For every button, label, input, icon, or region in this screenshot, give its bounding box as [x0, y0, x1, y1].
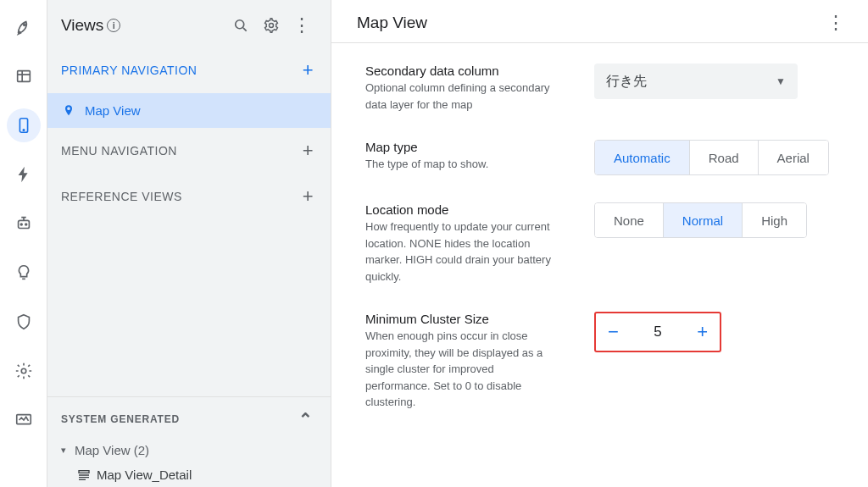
svg-rect-11 — [79, 470, 89, 473]
more-icon[interactable]: ⋮ — [287, 10, 317, 41]
location-mode-high[interactable]: High — [743, 203, 806, 237]
svg-point-0 — [23, 24, 25, 25]
caret-down-icon: ▾ — [61, 445, 70, 456]
system-generated-header[interactable]: SYSTEM GENERATED ⌃ — [47, 397, 331, 438]
map-type-road[interactable]: Road — [690, 141, 759, 174]
section-primary-label: PRIMARY NAVIGATION — [61, 64, 303, 77]
svg-point-3 — [23, 130, 24, 130]
svg-point-6 — [25, 224, 26, 225]
caret-down-icon: ▼ — [776, 75, 786, 87]
info-icon[interactable]: i — [107, 19, 120, 32]
section-reference-views[interactable]: REFERENCE VIEWS + — [47, 174, 331, 219]
row-min-cluster: Minimum Cluster Size When enough pins oc… — [365, 312, 834, 411]
sidebar: Views i ⋮ PRIMARY NAVIGATION + Map View … — [47, 0, 331, 487]
row-map-type: Map type The type of map to show. Automa… — [365, 140, 834, 175]
secondary-data-title: Secondary data column — [365, 64, 577, 78]
add-menu-icon[interactable]: + — [303, 140, 314, 162]
sidebar-title-text: Views — [61, 16, 103, 35]
bolt-icon[interactable] — [7, 158, 41, 191]
main-panel: Map View ⋮ Secondary data column Optiona… — [331, 0, 868, 487]
robot-icon[interactable] — [7, 207, 41, 241]
pin-icon — [61, 104, 76, 118]
section-menu-label: MENU NAVIGATION — [61, 144, 303, 158]
section-primary-nav[interactable]: PRIMARY NAVIGATION + — [47, 47, 331, 93]
settings-icon[interactable] — [256, 10, 287, 41]
idea-icon[interactable] — [7, 256, 41, 290]
chevron-up-icon[interactable]: ⌃ — [298, 409, 314, 429]
add-reference-icon[interactable]: + — [303, 185, 314, 208]
min-cluster-desc: When enough pins occur in close proximit… — [365, 328, 560, 411]
add-primary-icon[interactable]: + — [303, 59, 314, 81]
shield-icon[interactable] — [7, 305, 41, 339]
increment-button[interactable]: + — [697, 321, 708, 343]
main-header: Map View ⋮ — [331, 0, 868, 43]
tree-child-label: Map View_Detail — [97, 468, 192, 482]
min-cluster-title: Minimum Cluster Size — [365, 312, 577, 326]
location-mode-none[interactable]: None — [595, 203, 664, 237]
row-secondary-data: Secondary data column Optional column de… — [365, 64, 834, 113]
form-area: Secondary data column Optional column de… — [331, 43, 868, 463]
view-item-label: Map View — [85, 103, 141, 118]
map-type-automatic[interactable]: Automatic — [595, 141, 690, 174]
location-mode-group: None Normal High — [594, 202, 807, 238]
location-mode-desc: How frequently to update your current lo… — [365, 219, 560, 285]
secondary-data-desc: Optional column defining a secondary dat… — [365, 80, 560, 113]
tree-parent-label: Map View (2) — [75, 443, 149, 457]
map-type-desc: The type of map to show. — [365, 156, 560, 173]
section-menu-nav[interactable]: MENU NAVIGATION + — [47, 128, 331, 174]
row-location-mode: Location mode How frequently to update y… — [365, 202, 834, 285]
device-icon[interactable] — [7, 108, 41, 142]
secondary-data-select[interactable]: 行き先 ▼ — [594, 64, 798, 99]
svg-rect-1 — [17, 71, 30, 82]
svg-point-5 — [20, 224, 22, 225]
nav-rail — [0, 0, 47, 487]
location-mode-normal[interactable]: Normal — [664, 203, 743, 237]
rocket-icon[interactable] — [7, 10, 41, 44]
svg-point-9 — [236, 20, 244, 29]
min-cluster-stepper: − 5 + — [594, 312, 721, 352]
section-reference-label: REFERENCE VIEWS — [61, 190, 303, 203]
sidebar-header: Views i ⋮ — [47, 0, 331, 47]
tree-parent[interactable]: ▾ Map View (2) — [47, 438, 331, 462]
data-icon[interactable] — [7, 59, 41, 93]
detail-icon — [76, 468, 92, 482]
page-title: Map View — [357, 14, 427, 32]
gear-icon[interactable] — [7, 354, 41, 388]
secondary-data-value: 行き先 — [606, 73, 647, 91]
search-icon[interactable] — [225, 10, 256, 41]
min-cluster-value: 5 — [654, 324, 661, 340]
svg-point-10 — [270, 24, 274, 28]
view-item-map-view[interactable]: Map View — [47, 93, 331, 128]
location-mode-title: Location mode — [365, 202, 577, 217]
svg-point-7 — [21, 368, 26, 374]
decrement-button[interactable]: − — [608, 321, 619, 343]
map-type-aerial[interactable]: Aerial — [759, 141, 828, 174]
main-more-icon[interactable]: ⋮ — [821, 12, 851, 34]
map-type-group: Automatic Road Aerial — [594, 140, 829, 175]
sidebar-bottom: SYSTEM GENERATED ⌃ ▾ Map View (2) Map Vi… — [47, 396, 331, 487]
system-generated-label: SYSTEM GENERATED — [61, 413, 180, 425]
monitor-icon[interactable] — [7, 403, 41, 437]
sidebar-title: Views i — [61, 16, 120, 35]
map-type-title: Map type — [365, 140, 577, 154]
tree-child[interactable]: Map View_Detail — [47, 462, 331, 487]
